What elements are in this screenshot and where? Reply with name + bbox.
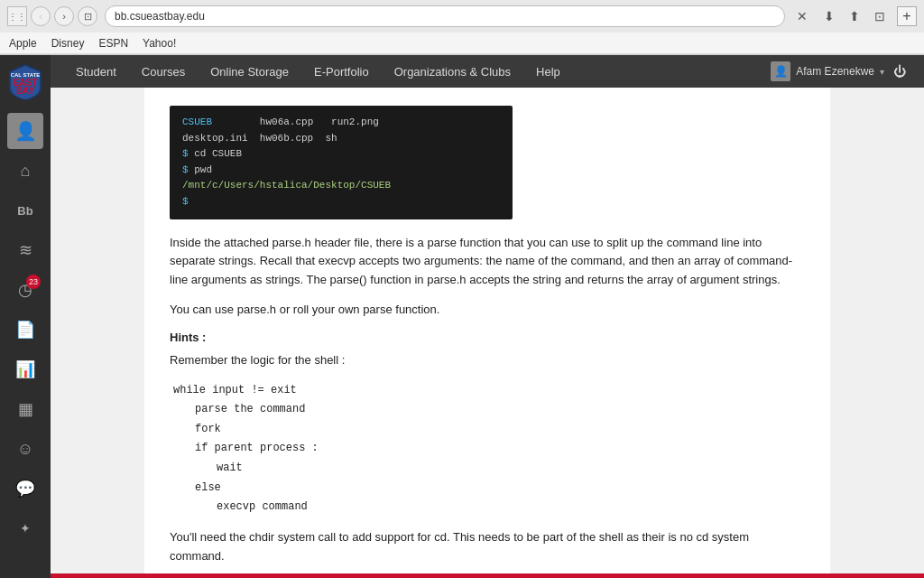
content-panel: CSUEB hw06a.cpp run2.png desktop.ini hw0…	[144, 88, 830, 573]
code-line-6: else	[173, 479, 805, 499]
csueb-logo[interactable]: CAL STATE EAST BAY	[5, 62, 45, 102]
paragraph-2: You can use parse.h or roll your own par…	[170, 301, 805, 320]
new-tab-button[interactable]: +	[897, 6, 917, 26]
share-icon[interactable]: ⬆	[845, 6, 864, 26]
nav-help[interactable]: Help	[525, 60, 571, 84]
sidebar-item-chat[interactable]: 💬	[7, 471, 43, 507]
nav-courses[interactable]: Courses	[131, 60, 196, 84]
sidebar-item-smiley[interactable]: ☺	[7, 431, 43, 467]
dropdown-arrow-icon[interactable]: ▾	[880, 67, 884, 77]
code-line-3: fork	[173, 420, 805, 440]
terminal-line-6: $	[182, 194, 500, 210]
forward-button[interactable]: ›	[54, 6, 74, 26]
code-line-7: execvp command	[173, 498, 805, 517]
sidebar-item-document[interactable]: 📄	[7, 312, 43, 348]
download-icon[interactable]: ⬇	[819, 6, 839, 26]
grid-calendar-icon: ▦	[18, 399, 33, 419]
main-layout: CAL STATE EAST BAY 👤 ⌂ Bb ≋ ◷ 23 📄 📊	[0, 55, 924, 578]
sidebar-item-chart[interactable]: 📊	[7, 351, 43, 387]
nav-buttons: ⋮⋮ ‹ › ⊡	[7, 6, 97, 26]
sidebar-item-calendar[interactable]: ◷ 23	[7, 272, 43, 308]
bookmarks-bar: Apple Disney ESPN Yahoo!	[0, 33, 924, 54]
calendar-badge: 23	[26, 275, 41, 289]
browser-chrome: ⋮⋮ ‹ › ⊡ bb.csueastbay.edu ✕ ⬇ ⬆ ⊡ + App…	[0, 0, 924, 55]
right-browser-icons: ⬇ ⬆ ⊡	[819, 6, 890, 26]
nav-eportfolio[interactable]: E-Portfolio	[303, 60, 380, 84]
terminal-line-5: /mnt/c/Users/hstalica/Desktop/CSUEB	[182, 178, 500, 194]
code-line-2: parse the command	[173, 400, 805, 420]
url-bar[interactable]: bb.csueastbay.edu	[105, 5, 785, 27]
nav-online-storage[interactable]: Online Storage	[199, 60, 300, 84]
sidebar-item-home[interactable]: ⌂	[7, 153, 43, 189]
svg-text:BAY: BAY	[16, 86, 35, 96]
paragraph-3: You'll need the chdir system call to add…	[170, 528, 805, 566]
close-button[interactable]: ✕	[792, 6, 812, 26]
activity-icon: ≋	[19, 240, 32, 260]
hints-intro: Remember the logic for the shell :	[170, 351, 805, 370]
terminal-line-4: $ pwd	[182, 163, 500, 179]
share-icon: ✦	[20, 521, 31, 536]
sidebar-item-blackboard[interactable]: Bb	[7, 192, 43, 228]
avatar-icon: 👤	[14, 120, 37, 142]
view-button[interactable]: ⊡	[78, 6, 97, 26]
fullscreen-icon[interactable]: ⊡	[870, 6, 890, 26]
bookmark-espn[interactable]: ESPN	[98, 37, 128, 50]
nav-user-avatar: 👤	[771, 61, 790, 81]
sidebar-item-share[interactable]: ✦	[7, 510, 43, 546]
sidebar-item-grid-calendar[interactable]: ▦	[7, 391, 43, 427]
page-content: CSUEB hw06a.cpp run2.png desktop.ini hw0…	[51, 88, 924, 573]
code-line-5: wait	[173, 459, 805, 479]
url-text: bb.csueastbay.edu	[115, 10, 205, 23]
browser-top-bar: ⋮⋮ ‹ › ⊡ bb.csueastbay.edu ✕ ⬇ ⬆ ⊡ +	[0, 0, 924, 33]
home-icon: ⌂	[21, 162, 31, 181]
terminal-line-1: CSUEB hw06a.cpp run2.png	[182, 115, 500, 131]
hints-label: Hints :	[170, 331, 805, 344]
user-avatar[interactable]: 👤	[7, 113, 43, 149]
code-line-4: if parent process :	[173, 439, 805, 459]
back-button[interactable]: ‹	[31, 6, 51, 26]
document-icon: 📄	[15, 320, 35, 340]
paragraph-1: Inside the attached parse.h header file,…	[170, 234, 805, 290]
nav-user-area: 👤 Afam Ezenekwe ▾ ⏻	[771, 61, 910, 81]
bookmark-disney[interactable]: Disney	[51, 37, 85, 50]
grid-icon[interactable]: ⋮⋮	[7, 6, 27, 26]
browser-icons: ✕	[792, 6, 812, 26]
power-button[interactable]: ⏻	[890, 61, 910, 81]
terminal-line-3: $ cd CSUEB	[182, 146, 500, 163]
nav-username: Afam Ezenekwe	[796, 65, 874, 78]
top-nav: Student Courses Online Storage E-Portfol…	[51, 55, 924, 88]
smiley-icon: ☺	[17, 440, 33, 459]
code-block: while input != exit parse the command fo…	[170, 381, 805, 517]
bookmark-yahoo[interactable]: Yahoo!	[143, 37, 176, 50]
chart-icon: 📊	[15, 359, 35, 379]
bottom-bar	[51, 573, 924, 578]
nav-organizations-clubs[interactable]: Organizations & Clubs	[383, 60, 522, 84]
blackboard-icon: Bb	[17, 204, 32, 218]
code-line-1: while input != exit	[173, 381, 805, 401]
nav-student[interactable]: Student	[65, 60, 127, 84]
chat-icon: 💬	[15, 479, 35, 499]
sidebar-item-activity[interactable]: ≋	[7, 232, 43, 268]
bookmark-apple[interactable]: Apple	[9, 37, 37, 50]
left-sidebar: CAL STATE EAST BAY 👤 ⌂ Bb ≋ ◷ 23 📄 📊	[0, 55, 51, 578]
terminal-line-2: desktop.ini hw06b.cpp sh	[182, 131, 500, 147]
terminal-block: CSUEB hw06a.cpp run2.png desktop.ini hw0…	[170, 106, 513, 219]
content-area: Student Courses Online Storage E-Portfol…	[51, 55, 924, 578]
